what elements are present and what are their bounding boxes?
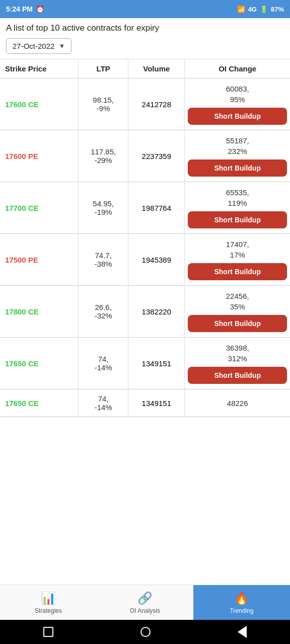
oi-change-cell: 48226 [185, 389, 290, 417]
oi-values-text: 65535,119% [226, 187, 249, 208]
short-buildup-button[interactable]: Short Buildup [188, 211, 287, 228]
ltp-cell: 54.95,-19% [79, 182, 128, 234]
strike-price-label: 17700 CE [5, 204, 39, 212]
date-label: 27-Oct-2022 [13, 42, 54, 50]
table-row: 17700 CE54.95,-19%198776465535,119%Short… [0, 182, 290, 234]
nav-item-strategies[interactable]: 📊 Strategies [0, 585, 97, 620]
volume-cell: 1349151 [128, 338, 185, 389]
strike-price-cell: 17600 CE [0, 78, 79, 130]
short-buildup-button[interactable]: Short Buildup [188, 159, 287, 177]
date-dropdown[interactable]: 27-Oct-2022 ▼ [6, 38, 71, 54]
ltp-cell: 117.85,-29% [79, 130, 128, 182]
table-row: 17600 PE117.85,-29%223735955187,232%Shor… [0, 130, 290, 182]
nav-item-trending[interactable]: 🔥 Trending [193, 585, 290, 620]
oi-change-cell: 65535,119%Short Buildup [185, 182, 290, 234]
short-buildup-button[interactable]: Short Buildup [188, 315, 287, 332]
oi-values-text: 60083,95% [226, 84, 249, 105]
volume-cell: 1349151 [128, 389, 185, 417]
oi-analysis-icon: 🔗 [137, 591, 153, 605]
ltp-cell: 74.7,-38% [79, 234, 128, 286]
oi-values-text: 17407,17% [226, 239, 249, 260]
ltp-cell: 74,-14% [79, 338, 128, 389]
volume-cell: 2412728 [128, 78, 185, 130]
android-nav-bar [0, 620, 290, 644]
strike-price-label: 17500 PE [5, 256, 38, 264]
col-header-oi: OI Change [185, 59, 290, 78]
oi-change-cell: 55187,232%Short Buildup [185, 130, 290, 182]
bottom-nav: 📊 Strategies 🔗 OI Analysis 🔥 Trending [0, 585, 290, 620]
short-buildup-button[interactable]: Short Buildup [188, 108, 287, 125]
chevron-down-icon: ▼ [58, 42, 65, 50]
volume-cell: 1987764 [128, 182, 185, 234]
oi-values-text: 55187,232% [226, 135, 249, 156]
network-icon: 📶 [237, 6, 245, 13]
col-header-volume: Volume [128, 59, 185, 78]
table-row: 17600 CE98.15,-9%241272860083,95%Short B… [0, 78, 290, 130]
table-row: 17650 CE74,-14%134915148226 [0, 389, 290, 417]
strike-price-label: 17650 CE [5, 399, 39, 408]
strike-price-label: 17800 CE [5, 307, 39, 316]
short-buildup-button[interactable]: Short Buildup [188, 367, 287, 384]
strike-price-label: 17600 PE [5, 152, 38, 160]
strike-price-label: 17600 CE [5, 100, 39, 109]
oi-change-cell: 17407,17%Short Buildup [185, 234, 290, 286]
strike-price-cell: 17650 CE [0, 338, 79, 389]
android-home-button[interactable] [140, 627, 151, 637]
ltp-cell: 74,-14% [79, 389, 128, 417]
oi-change-cell: 36398,312%Short Buildup [185, 338, 290, 389]
clock-icon: ⏰ [36, 5, 44, 13]
ltp-cell: 26.6,-32% [79, 286, 128, 338]
android-back-button[interactable] [238, 626, 247, 638]
short-buildup-button[interactable]: Short Buildup [188, 263, 287, 280]
strike-price-cell: 17650 CE [0, 389, 79, 417]
contracts-table-wrapper: Strike Price LTP Volume OI Change 17600 … [0, 59, 290, 417]
trending-icon: 🔥 [234, 591, 249, 605]
oi-change-cell: 60083,95%Short Buildup [185, 78, 290, 130]
status-left: 5:24 PM ⏰ [6, 5, 44, 13]
table-header-row: Strike Price LTP Volume OI Change [0, 59, 290, 78]
strike-price-cell: 17500 PE [0, 234, 79, 286]
table-row: 17500 PE74.7,-38%194538917407,17%Short B… [0, 234, 290, 286]
oi-change-cell: 22456,35%Short Buildup [185, 286, 290, 338]
network-type: 4G [248, 6, 257, 13]
table-row: 17650 CE74,-14%134915136398,312%Short Bu… [0, 338, 290, 389]
strategies-icon: 📊 [41, 591, 56, 605]
trending-label: Trending [230, 607, 254, 614]
strike-price-label: 17650 CE [5, 359, 39, 368]
strike-price-cell: 17800 CE [0, 286, 79, 338]
col-header-strike: Strike Price [0, 59, 79, 78]
oi-values-text: 36398,312% [226, 343, 249, 364]
contracts-table: Strike Price LTP Volume OI Change 17600 … [0, 59, 290, 417]
strike-price-cell: 17600 PE [0, 130, 79, 182]
page-title: A list of top 10 active contracts for ex… [0, 18, 290, 36]
time-display: 5:24 PM [6, 5, 33, 13]
col-header-ltp: LTP [79, 59, 128, 78]
battery-level: 87% [271, 6, 284, 13]
table-row: 17800 CE26.6,-32%138222022456,35%Short B… [0, 286, 290, 338]
battery-icon: 🔋 [260, 6, 268, 13]
volume-cell: 1382220 [128, 286, 185, 338]
oi-values-text: 48226 [227, 398, 248, 409]
android-square-button[interactable] [43, 627, 53, 637]
oi-analysis-label: OI Analysis [130, 607, 160, 614]
strike-price-cell: 17700 CE [0, 182, 79, 234]
status-bar: 5:24 PM ⏰ 📶 4G 🔋 87% [0, 0, 290, 18]
volume-cell: 1945389 [128, 234, 185, 286]
strategies-label: Strategies [35, 607, 62, 614]
oi-values-text: 22456,35% [226, 291, 249, 312]
nav-item-oi-analysis[interactable]: 🔗 OI Analysis [97, 585, 193, 620]
ltp-cell: 98.15,-9% [79, 78, 128, 130]
volume-cell: 2237359 [128, 130, 185, 182]
status-right: 📶 4G 🔋 87% [237, 6, 284, 13]
